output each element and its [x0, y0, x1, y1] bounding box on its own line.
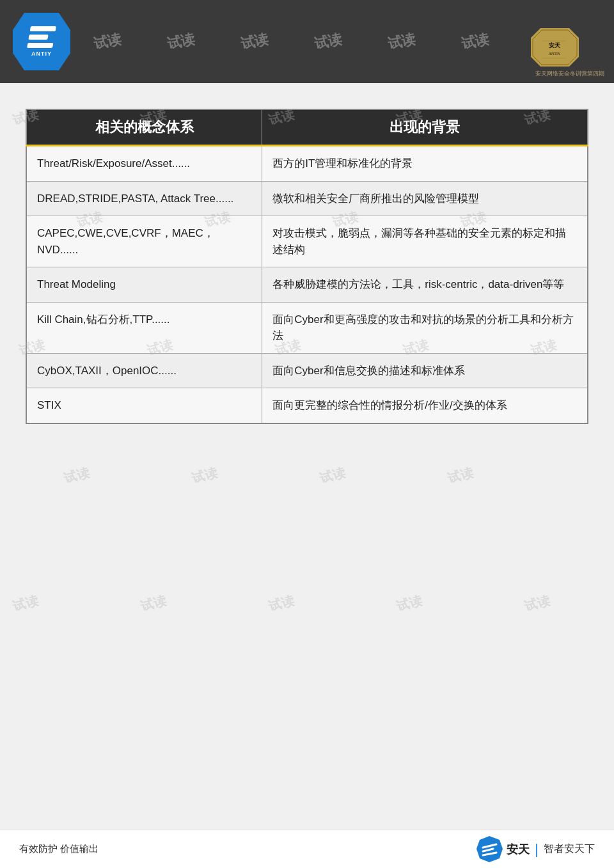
data-table: 相关的概念体系 出现的背景 Threat/Risk/Exposure/Asset…: [26, 109, 588, 424]
body-wm-21: 试读: [267, 592, 296, 615]
table-row: CAPEC,CWE,CVE,CVRF，MAEC，NVD......对攻击模式，脆…: [26, 216, 588, 267]
col2-header: 出现的背景: [262, 109, 588, 146]
header-wm-4: 试读: [312, 29, 343, 53]
logo-line-2: [28, 35, 48, 40]
body-wm-22: 试读: [395, 592, 424, 615]
main-content: 相关的概念体系 出现的背景 Threat/Risk/Exposure/Asset…: [0, 83, 614, 443]
table-cell-left-2: CAPEC,CWE,CVE,CVRF，MAEC，NVD......: [26, 216, 262, 267]
table-row: Threat Modeling各种威胁建模的方法论，工具，risk-centri…: [26, 267, 588, 303]
header-wm-2: 试读: [165, 29, 196, 53]
body-wm-17: 试读: [318, 464, 347, 487]
table-row: CybOX,TAXII，OpenIOC......面向Cyber和信息交换的描述…: [26, 353, 588, 388]
body-wm-23: 试读: [523, 592, 552, 615]
col1-header: 相关的概念体系: [26, 109, 262, 146]
logo-lines: [27, 26, 56, 48]
logo-box: ANTIY: [13, 13, 70, 70]
header-wm-5: 试读: [386, 29, 417, 53]
footer-antiy-text: 安天: [507, 842, 530, 857]
header: ANTIY 试读 试读 试读 试读 试读 试读 安天 ANTIY 安天网络安全冬…: [0, 0, 614, 83]
body-wm-19: 试读: [11, 592, 40, 615]
table-cell-left-4: Kill Chain,钻石分析,TTP......: [26, 302, 262, 353]
logo-text: ANTIY: [31, 51, 52, 57]
table-row: Threat/Risk/Exposure/Asset......西方的IT管理和…: [26, 146, 588, 182]
table-header-row: 相关的概念体系 出现的背景: [26, 109, 588, 146]
svg-text:安天: 安天: [548, 42, 561, 49]
footer: 有效防护 价值输出 安天 | 智者安天下: [0, 830, 614, 868]
table-cell-left-0: Threat/Risk/Exposure/Asset......: [26, 146, 262, 182]
table-row: STIX面向更完整的综合性的情报分析/作业/交换的体系: [26, 388, 588, 423]
header-wm-3: 试读: [239, 29, 270, 53]
body-wm-16: 试读: [190, 464, 219, 487]
table-cell-left-5: CybOX,TAXII，OpenIOC......: [26, 353, 262, 388]
svg-text:ANTIY: ANTIY: [549, 52, 561, 56]
table-cell-left-1: DREAD,STRIDE,PASTA, Attack Tree......: [26, 181, 262, 216]
body-wm-20: 试读: [139, 592, 168, 615]
footer-separator: |: [535, 841, 539, 858]
table-cell-right-4: 面向Cyber和更高强度的攻击和对抗的场景的分析工具和分析方法: [262, 302, 588, 353]
header-wm-1: 试读: [91, 29, 123, 53]
body-wm-15: 试读: [62, 464, 91, 487]
table-cell-right-1: 微软和相关安全厂商所推出的风险管理模型: [262, 181, 588, 216]
footer-left-text: 有效防护 价值输出: [19, 843, 98, 855]
table-row: Kill Chain,钻石分析,TTP......面向Cyber和更高强度的攻击…: [26, 302, 588, 353]
top-right-logo-svg: 安天 ANTIY: [521, 25, 604, 70]
table-cell-left-3: Threat Modeling: [26, 267, 262, 303]
table-cell-right-6: 面向更完整的综合性的情报分析/作业/交换的体系: [262, 388, 588, 423]
top-right-badge-text: 安天网络安全冬训营第四期: [535, 70, 604, 78]
table-cell-right-0: 西方的IT管理和标准化的背景: [262, 146, 588, 182]
header-wm-6: 试读: [459, 29, 491, 53]
table-cell-right-2: 对攻击模式，脆弱点，漏洞等各种基础的安全元素的标定和描述结构: [262, 216, 588, 267]
table-cell-left-6: STIX: [26, 388, 262, 423]
footer-slogan: 智者安天下: [544, 842, 595, 856]
body-wm-18: 试读: [446, 464, 475, 487]
table-cell-right-3: 各种威胁建模的方法论，工具，risk-centric，data-driven等等: [262, 267, 588, 303]
logo-line-3: [27, 43, 53, 48]
footer-logo-icon: [475, 835, 504, 864]
table-cell-right-5: 面向Cyber和信息交换的描述和标准体系: [262, 353, 588, 388]
logo-line-1: [30, 26, 56, 31]
footer-right: 安天 | 智者安天下: [475, 835, 595, 864]
header-antiy-badge: 安天 ANTIY 安天网络安全冬训营第四期: [512, 0, 604, 83]
table-row: DREAD,STRIDE,PASTA, Attack Tree......微软和…: [26, 181, 588, 216]
